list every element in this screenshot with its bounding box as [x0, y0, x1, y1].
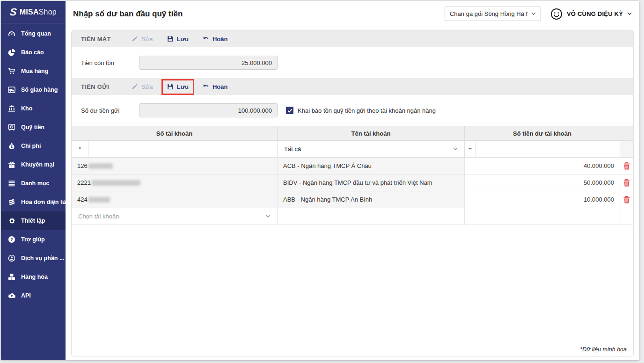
sidebar-item-api[interactable]: API — [1, 286, 66, 305]
user-icon — [7, 254, 15, 262]
gear-icon — [7, 217, 15, 225]
delete-row-button[interactable] — [620, 191, 633, 208]
account-name-cell: BIDV - Ngân hàng TMCP đầu tư và phát tri… — [278, 174, 465, 191]
account-number-filter-input[interactable] — [88, 141, 277, 157]
account-name-filter-dropdown[interactable]: Tất cả — [278, 141, 464, 157]
main-area: Nhập số dư ban đầu quỹ tiền Chăn ga gối … — [66, 1, 639, 360]
sidebar-item-hang-hoa[interactable]: Hàng hóa — [1, 268, 66, 286]
checkbox-label: Khai báo tồn quỹ tiền gửi theo tài khoản… — [298, 107, 436, 114]
misa-logo-icon: S — [9, 7, 17, 17]
topbar-right: Chăn ga gối Sông Hồng Hà N VÔ CÙNG DIỆU … — [445, 7, 632, 21]
sidebar-item-mua-hang[interactable]: Mua hàng — [1, 62, 66, 80]
invoice-icon — [7, 198, 15, 206]
new-account-row: Chọn tài khoản — [72, 208, 633, 225]
sidebar-item-bao-cao[interactable]: Báo cáo — [1, 43, 66, 62]
sidebar-item-label: Trợ giúp — [21, 236, 45, 243]
sidebar-item-label: Chi phí — [21, 143, 41, 149]
cash-edit-button[interactable]: Sửa — [132, 36, 153, 43]
sidebar-item-thiet-lap[interactable]: Thiết lập — [1, 211, 66, 230]
cash-save-button[interactable]: Lưu — [167, 36, 189, 43]
sidebar-item-label: API — [21, 292, 31, 299]
sidebar-item-label: Quỹ tiền — [21, 124, 44, 131]
sidebar-item-khuyen-mai[interactable]: Khuyến mại — [1, 155, 66, 174]
svg-text:?: ? — [10, 237, 13, 242]
account-number-cell: 2221 — [72, 174, 278, 191]
undo-icon — [203, 36, 209, 42]
choose-account-dropdown[interactable]: Chọn tài khoản — [72, 213, 277, 220]
account-number-cell: 126 — [72, 158, 278, 174]
undo-icon — [203, 83, 209, 90]
checkbox-checked-icon[interactable] — [286, 107, 293, 114]
user-menu[interactable]: VÔ CÙNG DIỆU KỲ — [550, 8, 632, 20]
list-icon — [7, 180, 15, 188]
sidebar-item-tro-giup[interactable]: ? Trợ giúp — [1, 230, 66, 249]
pencil-icon — [132, 36, 138, 42]
deposit-section-title: TIỀN GỬI — [81, 83, 117, 90]
filter-cell-account-name: Tất cả — [278, 141, 465, 157]
masked-digits — [92, 180, 140, 186]
balance-card: TIỀN MẶT Sửa Lưu Hoãn Tiền còn — [71, 30, 634, 356]
deposit-balance-input[interactable]: 100.000.000 — [139, 103, 278, 117]
delete-row-button[interactable] — [620, 158, 633, 174]
column-header-account-number: Số tài khoản — [72, 126, 278, 140]
cash-balance-input[interactable]: 25.000.000 — [139, 56, 278, 70]
deposit-cancel-button[interactable]: Hoãn — [203, 83, 228, 90]
store-selector-value: Chăn ga gối Sông Hồng Hà N — [450, 10, 527, 17]
account-name-cell: ACB - Ngân hàng TMCP Á Châu — [278, 158, 465, 174]
chevron-down-icon — [627, 12, 632, 15]
sidebar-item-danh-muc[interactable]: Danh mục — [1, 174, 66, 193]
table-row: 424 ABB - Ngân hàng TMCP An Bình 10.000.… — [72, 191, 633, 208]
sidebar-item-label: Hàng hóa — [21, 274, 48, 280]
account-balance-cell[interactable]: 50.000.000 — [465, 174, 620, 191]
sidebar-item-label: Thiết lập — [21, 218, 45, 224]
svg-text:$: $ — [11, 145, 13, 149]
sidebar-item-label: Số giao hàng — [21, 87, 58, 93]
account-name-cell: ABB - Ngân hàng TMCP An Bình — [278, 191, 465, 208]
column-header-account-name: Tên tài khoản — [278, 126, 465, 140]
delete-row-button[interactable] — [620, 174, 633, 191]
sidebar-item-tong-quan[interactable]: Tổng quan — [1, 24, 66, 43]
cloud-icon — [7, 292, 15, 300]
deposit-edit-button[interactable]: Sửa — [132, 83, 153, 90]
topbar: Nhập số dư ban đầu quỹ tiền Chăn ga gối … — [66, 1, 639, 27]
chevron-down-icon — [453, 147, 458, 151]
sidebar-item-chi-phi[interactable]: $ Chi phí — [1, 137, 66, 155]
sidebar-item-kho[interactable]: Kho — [1, 99, 66, 118]
bank-account-declare-checkbox-row[interactable]: Khai báo tồn quỹ tiền gửi theo tài khoản… — [286, 107, 436, 114]
sidebar-item-quy-tien[interactable]: Quỹ tiền — [1, 118, 66, 137]
save-icon — [167, 83, 174, 90]
account-number-cell: 424 — [72, 191, 278, 208]
help-icon: ? — [7, 236, 15, 244]
trash-icon — [623, 196, 630, 203]
sidebar-item-so-giao-hang[interactable]: Số giao hàng — [1, 80, 66, 99]
money-bag-icon: $ — [7, 142, 15, 150]
table-row: 2221 BIDV - Ngân hàng TMCP đầu tư và phá… — [72, 174, 633, 191]
sidebar-item-hoa-don-dien-tu[interactable]: Hóa đơn điện tử — [1, 193, 66, 211]
account-balance-cell[interactable]: 40.000.000 — [465, 158, 620, 174]
page-title: Nhập số dư ban đầu quỹ tiền — [73, 9, 183, 19]
deposit-save-button[interactable]: Lưu — [167, 83, 189, 90]
cash-section-title: TIỀN MẶT — [81, 36, 117, 43]
filter-row-marker: * — [72, 141, 88, 157]
sidebar-item-dich-vu-phan-mem[interactable]: Dịch vụ phần ... — [1, 249, 66, 268]
cash-cancel-button[interactable]: Hoãn — [203, 36, 228, 43]
sidebar-item-label: Mua hàng — [21, 68, 48, 74]
safe-icon — [7, 123, 15, 131]
deposit-section-bar: TIỀN GỬI Sửa Lưu Hoãn — [72, 78, 633, 95]
column-header-actions — [620, 126, 633, 140]
cash-field-label: Tiền còn tồn — [81, 59, 139, 66]
sidebar: S MISAShop Tổng quan Báo cáo Mua hàng Số… — [1, 1, 66, 360]
user-name: VÔ CÙNG DIỆU KỲ — [567, 10, 623, 17]
filter-cell-actions — [620, 141, 633, 157]
account-balance-cell[interactable]: 10.000.000 — [465, 191, 620, 208]
pencil-icon — [132, 83, 138, 90]
deposit-field-row: Số dư tiền gửi 100.000.000 Khai báo tồn … — [72, 95, 633, 126]
store-selector[interactable]: Chăn ga gối Sông Hồng Hà N — [445, 7, 541, 21]
trash-icon — [623, 179, 630, 187]
demo-data-note: *Dữ liệu minh họa — [580, 346, 627, 353]
cash-field-row: Tiền còn tồn 25.000.000 — [72, 47, 633, 78]
trash-icon — [623, 162, 630, 170]
amount-operator[interactable]: = — [465, 141, 476, 157]
table-filter-row: * Tất cả = — [72, 141, 633, 158]
account-balance-filter-input[interactable] — [476, 141, 620, 157]
